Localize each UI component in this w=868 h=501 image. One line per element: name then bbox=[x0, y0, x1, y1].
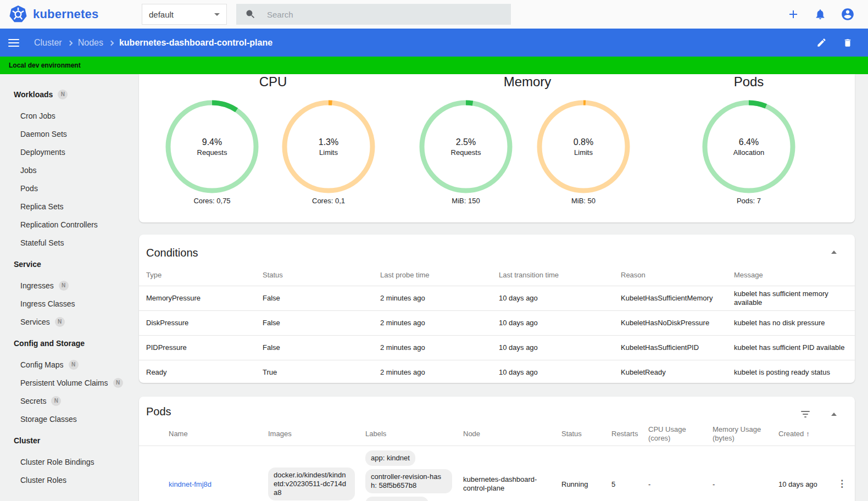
kebab-menu-icon[interactable]: ⋮ bbox=[837, 482, 847, 486]
breadcrumb-cluster[interactable]: Cluster bbox=[34, 38, 62, 48]
sidebar-item-jobs[interactable]: Jobs bbox=[0, 161, 136, 179]
sidebar-item-cluster-role-bindings[interactable]: Cluster Role Bindings bbox=[0, 453, 136, 471]
label-chip: controller-revision-hash: 58f5b657b8 bbox=[365, 469, 452, 493]
col-header-last-transition-time: Last transition time bbox=[499, 265, 621, 286]
account-button[interactable] bbox=[841, 7, 855, 21]
account-circle-icon bbox=[841, 7, 855, 21]
donut-memory-limits: 0.8% Limits MiB: 50 bbox=[537, 100, 630, 205]
cell-message: kubelet has sufficient PID available bbox=[734, 335, 855, 360]
cell-last-transition: 10 days ago bbox=[499, 310, 621, 335]
pods-title: Pods bbox=[146, 405, 855, 418]
donut-percent: 2.5% bbox=[456, 137, 476, 147]
col-header-cpu-usage[interactable]: CPU Usage (cores) bbox=[642, 422, 706, 446]
sidebar-item-cluster-roles[interactable]: Cluster Roles bbox=[0, 471, 136, 489]
sidebar-item-replication-controllers[interactable]: Replication Controllers bbox=[0, 215, 136, 233]
donut-footer: Pods: 7 bbox=[702, 197, 795, 205]
delete-button[interactable] bbox=[843, 37, 853, 48]
sidebar-item-secrets[interactable]: Secrets N bbox=[0, 392, 136, 410]
pod-name-link[interactable]: kindnet-fmj8d bbox=[169, 480, 212, 488]
table-row: DiskPressure False 2 minutes ago 10 days… bbox=[139, 310, 855, 335]
cell-status: True bbox=[263, 360, 380, 385]
sidebar-item-ingresses[interactable]: Ingresses N bbox=[0, 276, 136, 294]
sidebar-item-label: Replica Sets bbox=[20, 202, 64, 211]
new-badge: N bbox=[59, 281, 69, 291]
col-header-images[interactable]: Images bbox=[261, 422, 359, 446]
table-row: MemoryPressure False 2 minutes ago 10 da… bbox=[139, 286, 855, 310]
sidebar-item-persistent-volume-claims[interactable]: Persistent Volume Claims N bbox=[0, 374, 136, 392]
pods-collapse-button[interactable] bbox=[827, 408, 841, 421]
col-header-last-probe-time: Last probe time bbox=[380, 265, 499, 286]
logo-wordmark: kubernetes bbox=[33, 7, 98, 21]
cell-status: False bbox=[263, 335, 380, 360]
sidebar-item-stateful-sets[interactable]: Stateful Sets bbox=[0, 233, 136, 252]
sidebar-item-deployments[interactable]: Deployments bbox=[0, 143, 136, 161]
sidebar-item-label: Pods bbox=[20, 184, 38, 193]
cell-reason: KubeletHasSufficientPID bbox=[621, 335, 734, 360]
kubernetes-helm-icon bbox=[9, 5, 27, 24]
breadcrumb-nodes[interactable]: Nodes bbox=[78, 38, 103, 48]
sidebar-item-ingress-classes[interactable]: Ingress Classes bbox=[0, 294, 136, 313]
col-header-node[interactable]: Node bbox=[457, 422, 555, 446]
sidebar-item-pods[interactable]: Pods bbox=[0, 179, 136, 197]
sidebar-item-label: Ingresses bbox=[20, 281, 54, 290]
kubernetes-logo[interactable]: kubernetes bbox=[9, 5, 130, 24]
col-header-reason: Reason bbox=[621, 265, 734, 286]
breadcrumb: Cluster Nodes kubernetes-dashboard-contr… bbox=[34, 38, 272, 48]
search-input[interactable] bbox=[267, 10, 476, 19]
col-header-labels: Labels bbox=[359, 422, 457, 446]
sidebar-item-workloads[interactable]: Workloads N bbox=[0, 85, 136, 103]
sidebar-item-storage-classes[interactable]: Storage Classes bbox=[0, 410, 136, 428]
conditions-collapse-button[interactable] bbox=[827, 246, 841, 259]
cell-last-transition: 10 days ago bbox=[499, 335, 621, 360]
donut-memory-requests: 2.5% Requests MiB: 150 bbox=[419, 100, 513, 205]
new-badge: N bbox=[69, 360, 79, 370]
col-header-memory-usage[interactable]: Memory Usage (bytes) bbox=[706, 422, 772, 446]
pods-card: Pods Name Images Labels Node Status Rest… bbox=[139, 397, 855, 501]
col-header-name[interactable]: Name bbox=[162, 422, 261, 446]
chart-title-pods: Pods bbox=[734, 74, 764, 90]
col-header-status[interactable]: Status bbox=[555, 422, 605, 446]
chart-title-cpu: CPU bbox=[259, 74, 287, 90]
sidebar-item-label: Services bbox=[20, 318, 50, 326]
filter-button[interactable] bbox=[799, 408, 812, 421]
sort-ascending-icon: ↑ bbox=[806, 430, 810, 438]
table-row: PIDPressure False 2 minutes ago 10 days … bbox=[139, 335, 855, 360]
table-row: Ready True 2 minutes ago 10 days ago Kub… bbox=[139, 360, 855, 385]
namespace-value: default bbox=[149, 10, 214, 19]
topbar-actions bbox=[787, 0, 855, 29]
namespace-selector[interactable]: default bbox=[142, 4, 227, 25]
menu-icon[interactable] bbox=[8, 39, 19, 47]
sidebar-item-cron-jobs[interactable]: Cron Jobs bbox=[0, 107, 136, 125]
cell-name: kindnet-fmj8d bbox=[162, 446, 261, 501]
donut-percent: 1.3% bbox=[319, 137, 338, 147]
donut-percent: 9.4% bbox=[202, 137, 222, 147]
sidebar-item-replica-sets[interactable]: Replica Sets bbox=[0, 197, 136, 215]
col-header-restarts[interactable]: Restarts bbox=[605, 422, 642, 446]
donut-pods-allocation: 6.4% Allocation Pods: 7 bbox=[702, 100, 795, 205]
sidebar-item-label: Daemon Sets bbox=[20, 130, 67, 138]
chevron-right-icon bbox=[108, 40, 114, 46]
cell-reason: KubeletReady bbox=[621, 360, 734, 385]
sidebar-item-daemon-sets[interactable]: Daemon Sets bbox=[0, 125, 136, 143]
allocation-card: CPU Memory Pods 9.4% Requests Cores: 0,7… bbox=[139, 74, 855, 222]
cell-status: False bbox=[263, 286, 380, 310]
sidebar-item-label: Ingress Classes bbox=[20, 299, 75, 308]
donut-label: Limits bbox=[574, 148, 593, 157]
pencil-icon bbox=[816, 37, 827, 48]
sidebar-item-config-maps[interactable]: Config Maps N bbox=[0, 355, 136, 374]
create-button[interactable] bbox=[787, 8, 800, 21]
donut-cpu-requests: 9.4% Requests Cores: 0,75 bbox=[165, 100, 259, 205]
edit-button[interactable] bbox=[816, 37, 827, 48]
cell-memory-usage: - bbox=[706, 446, 772, 501]
triangle-up-icon bbox=[831, 413, 837, 416]
cell-status: Running bbox=[555, 446, 605, 501]
donut-label: Allocation bbox=[733, 148, 764, 157]
col-header-created[interactable]: Created↑ bbox=[772, 422, 831, 446]
search-bar bbox=[236, 4, 511, 25]
cell-created: 10 days ago bbox=[772, 446, 831, 501]
notifications-button[interactable] bbox=[814, 8, 826, 20]
sidebar-item-label: Cron Jobs bbox=[20, 112, 55, 120]
sidebar-item-services[interactable]: Services N bbox=[0, 313, 136, 331]
donut-percent: 0.8% bbox=[574, 137, 593, 147]
col-header-message: Message bbox=[734, 265, 855, 286]
